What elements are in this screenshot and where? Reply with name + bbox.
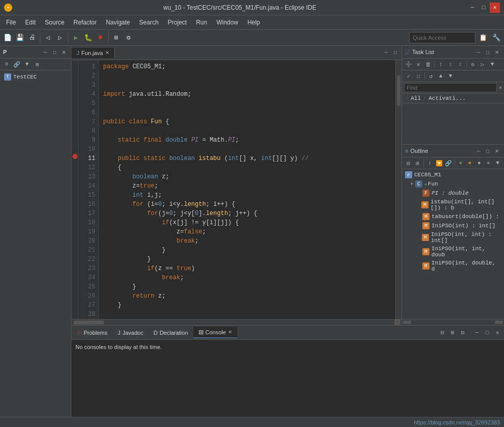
outline-maximize[interactable]: □ xyxy=(484,147,492,155)
task-dropdown2[interactable]: ▼ xyxy=(446,71,455,81)
task-sort1[interactable]: ↕ xyxy=(436,60,445,69)
close-button[interactable]: ✕ xyxy=(490,3,500,13)
outline-item-inipso4[interactable]: M IniPSO(int, double, d xyxy=(402,259,504,273)
console-btn-1[interactable]: ⊟ xyxy=(438,328,447,337)
menu-help[interactable]: Help xyxy=(243,17,264,28)
outline-dot2[interactable]: ● xyxy=(466,158,474,168)
close-panel-button[interactable]: ✕ xyxy=(60,48,68,56)
quick-access-input[interactable] xyxy=(409,32,475,43)
task-minimize[interactable]: ─ xyxy=(474,48,483,56)
task-add[interactable]: ➕ xyxy=(404,60,413,69)
outline-filter[interactable]: 🔽 xyxy=(435,158,443,168)
outline-collapse[interactable]: ⊟ xyxy=(404,158,413,168)
menu-navigate[interactable]: Navigate xyxy=(102,17,134,28)
outline-dot3[interactable]: ● xyxy=(475,158,484,168)
menu-edit[interactable]: Edit xyxy=(21,17,40,28)
outline-item-tabusort[interactable]: M tabusort(double[]) : xyxy=(402,212,504,221)
run-button[interactable]: ▶ xyxy=(70,32,82,43)
horizontal-scrollbar[interactable] xyxy=(71,319,401,325)
link-editor-button[interactable]: 🔗 xyxy=(12,60,21,69)
panel-view-btn[interactable]: ⊞ xyxy=(33,60,42,69)
editor-maximize[interactable]: □ xyxy=(391,49,399,57)
outline-scroll-right[interactable] xyxy=(495,321,503,324)
maximize-panel-button[interactable]: □ xyxy=(51,48,59,56)
outline-scrollbar[interactable] xyxy=(402,319,504,325)
all-filter[interactable]: All xyxy=(411,95,421,101)
minimize-panel-button[interactable]: ─ xyxy=(41,48,49,56)
scroll-thumb[interactable] xyxy=(397,75,400,106)
outline-menu[interactable]: ▼ xyxy=(493,158,502,168)
task-sort3[interactable]: ↕ xyxy=(456,60,465,69)
maximize-button[interactable]: □ xyxy=(478,3,489,13)
minimize-button[interactable]: ─ xyxy=(467,3,477,13)
console-btn-2[interactable]: ⊞ xyxy=(448,328,457,337)
task-check[interactable]: ✓ xyxy=(404,71,413,81)
save-button[interactable]: 💾 xyxy=(14,32,26,43)
outline-dot1[interactable]: ● xyxy=(456,158,465,168)
outline-close[interactable]: ✕ xyxy=(493,147,501,155)
collapse-all-button[interactable]: ≡ xyxy=(2,60,11,69)
task-delete[interactable]: ✕ xyxy=(414,60,423,69)
toolbar-perspectives-1[interactable]: 📋 xyxy=(477,32,489,43)
outline-sort[interactable]: ↕ xyxy=(425,158,434,168)
menu-refactor[interactable]: Refactor xyxy=(69,17,100,28)
activations-filter[interactable]: Activati... xyxy=(429,95,466,101)
task-purge[interactable]: 🗑 xyxy=(423,60,433,69)
task-config[interactable]: ▼ xyxy=(488,60,497,69)
debug-button[interactable]: 🐛 xyxy=(83,32,94,43)
print-button[interactable]: 🖨 xyxy=(27,32,38,43)
menu-source[interactable]: Source xyxy=(41,17,68,28)
open-perspective[interactable]: ⊞ xyxy=(111,32,122,43)
outline-item-istabu[interactable]: M istabu(int[], int[][]) : b xyxy=(402,198,504,212)
new-button[interactable]: 📄 xyxy=(2,32,13,43)
outline-item-pi[interactable]: F PI : double xyxy=(402,189,504,198)
task-refresh[interactable]: ↺ xyxy=(426,71,436,81)
menu-window[interactable]: Window xyxy=(212,17,242,28)
project-item[interactable]: T TestCEC xyxy=(2,72,69,82)
tab-declaration[interactable]: D Declaration xyxy=(148,328,193,338)
task-uncheck[interactable]: ☐ xyxy=(414,71,423,81)
outline-item-package[interactable]: P CEC05_M1 xyxy=(402,170,504,179)
task-close[interactable]: ✕ xyxy=(493,48,501,56)
panel-menu-button[interactable]: ▼ xyxy=(22,60,32,69)
task-go[interactable]: ▷ xyxy=(478,60,487,69)
outline-item-class[interactable]: ▾ C ● Fun xyxy=(402,179,504,189)
console-btn-5[interactable]: □ xyxy=(483,328,492,337)
task-find-input[interactable] xyxy=(404,83,497,92)
menu-search[interactable]: Search xyxy=(135,17,163,28)
menu-project[interactable]: Project xyxy=(164,17,191,28)
settings-button[interactable]: ⚙ xyxy=(123,32,134,43)
task-expand[interactable]: ▲ xyxy=(436,71,445,81)
outline-expand[interactable]: ⊞ xyxy=(413,158,422,168)
outline-item-inipso3[interactable]: M IniPSO(int, int, doub xyxy=(402,245,504,259)
console-tab-close[interactable]: ✕ xyxy=(228,329,232,335)
editor-tab-fun-java[interactable]: J Fun.java ✕ xyxy=(71,48,115,58)
menu-file[interactable]: File xyxy=(2,17,20,28)
console-btn-3[interactable]: ⊡ xyxy=(458,328,467,337)
vertical-scrollbar[interactable] xyxy=(395,60,401,319)
task-maximize[interactable]: □ xyxy=(484,48,492,56)
console-btn-4[interactable]: ─ xyxy=(472,328,482,337)
tab-problems[interactable]: ⚠ Problems xyxy=(71,327,112,338)
toolbar-perspectives-2[interactable]: 🔧 xyxy=(491,32,502,43)
next-button[interactable]: ▷ xyxy=(55,32,66,43)
prev-button[interactable]: ◁ xyxy=(42,32,54,43)
h-scroll-thumb[interactable] xyxy=(73,321,104,325)
outline-dot4[interactable]: ● xyxy=(484,158,493,168)
tab-javadoc[interactable]: J Javadoc xyxy=(112,328,148,338)
outline-item-inipso1[interactable]: M IniPSO(int) : int[] xyxy=(402,221,504,230)
outline-scroll-left[interactable] xyxy=(403,321,411,324)
outline-item-inipso2[interactable]: M IniPSO(int, int) : int[] xyxy=(402,230,504,245)
outline-link[interactable]: 🔗 xyxy=(444,158,452,168)
stop-button[interactable]: ■ xyxy=(95,32,106,43)
code-content[interactable]: package CEC05_M1; import java.util.Rando… xyxy=(99,60,395,319)
resize-handle[interactable] xyxy=(394,319,400,326)
find-clear-button[interactable]: ✕ xyxy=(499,85,502,91)
tab-close-button[interactable]: ✕ xyxy=(105,50,109,56)
console-btn-6[interactable]: ✕ xyxy=(493,328,502,337)
task-filter1[interactable]: ⊙ xyxy=(468,60,477,69)
editor-minimize[interactable]: ─ xyxy=(382,49,390,57)
task-sort2[interactable]: ↕ xyxy=(446,60,455,69)
menu-run[interactable]: Run xyxy=(192,17,211,28)
tab-console[interactable]: ▤ Console ✕ xyxy=(193,327,237,338)
